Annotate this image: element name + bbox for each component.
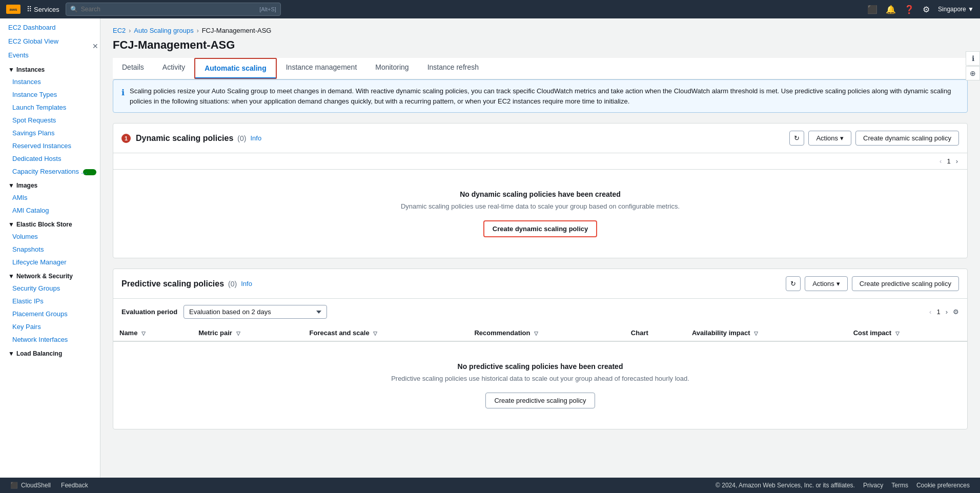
sidebar-item-capacity-reservations[interactable]: Capacity Reservations New — [0, 165, 100, 178]
sidebar-section-ebs[interactable]: ▼ Elastic Block Store — [0, 217, 100, 230]
predictive-empty-state: No predictive scaling policies have been… — [113, 342, 967, 429]
sidebar-item-savings-plans[interactable]: Savings Plans — [0, 127, 100, 139]
bell-icon[interactable]: 🔔 — [886, 5, 896, 14]
col-metric-sort[interactable]: ▽ — [236, 331, 240, 336]
dynamic-count: (0) — [237, 134, 246, 142]
col-forecast: Forecast and scale ▽ — [303, 325, 468, 341]
feedback-link[interactable]: Feedback — [61, 482, 88, 489]
search-input[interactable] — [81, 6, 256, 13]
dynamic-actions-button[interactable]: Actions ▾ — [808, 131, 851, 146]
search-bar[interactable]: 🔍 [Alt+S] — [66, 3, 281, 16]
sidebar-item-instances[interactable]: Instances — [0, 75, 100, 88]
predictive-settings-icon[interactable]: ⚙ — [953, 308, 959, 316]
sidebar-item-instance-types[interactable]: Instance Types — [0, 88, 100, 101]
region-button[interactable]: Singapore ▼ — [938, 6, 974, 13]
dynamic-refresh-button[interactable]: ↻ — [789, 131, 804, 146]
tab-monitoring[interactable]: Monitoring — [366, 58, 418, 79]
right-location-icon[interactable]: ⊕ — [966, 66, 980, 80]
sidebar-item-launch-templates[interactable]: Launch Templates — [0, 101, 100, 114]
tab-activity[interactable]: Activity — [153, 58, 194, 79]
sidebar-section-load-balancing[interactable]: ▼ Load Balancing — [0, 346, 100, 359]
predictive-refresh-button[interactable]: ↻ — [786, 276, 801, 291]
predictive-table: Name ▽ Metric pair ▽ Forecast and scale … — [113, 325, 967, 342]
predictive-actions-chevron: ▾ — [836, 280, 840, 287]
breadcrumb-auto-scaling[interactable]: Auto Scaling groups — [134, 27, 193, 34]
aws-logo: aws — [6, 5, 21, 14]
predictive-empty-create-button[interactable]: Create predictive scaling policy — [485, 393, 595, 408]
predictive-create-button[interactable]: Create predictive scaling policy — [852, 276, 959, 291]
dynamic-header-right: ↻ Actions ▾ Create dynamic scaling polic… — [789, 131, 959, 146]
search-icon: 🔍 — [70, 6, 78, 13]
col-availability: Availability impact ▽ — [686, 325, 847, 341]
sidebar-item-ami-catalog[interactable]: AMI Catalog — [0, 204, 100, 217]
sidebar-item-network-interfaces[interactable]: Network Interfaces — [0, 333, 100, 346]
sidebar-item-security-groups[interactable]: Security Groups — [0, 282, 100, 295]
sidebar-item-lifecycle-manager[interactable]: Lifecycle Manager — [0, 256, 100, 269]
dynamic-empty-title: No dynamic scaling policies have been cr… — [121, 190, 959, 198]
dynamic-empty-create-button[interactable]: Create dynamic scaling policy — [483, 220, 597, 237]
sidebar-item-volumes[interactable]: Volumes — [0, 230, 100, 243]
main-layout: ✕ EC2 Dashboard EC2 Global View Events ▼… — [0, 18, 980, 493]
predictive-actions-button[interactable]: Actions ▾ — [805, 276, 848, 291]
tab-details[interactable]: Details — [113, 58, 153, 79]
dynamic-info-link[interactable]: Info — [250, 134, 261, 142]
footer-links: © 2024, Amazon Web Services, Inc. or its… — [716, 482, 970, 489]
sidebar-item-events[interactable]: Events — [0, 48, 100, 62]
dynamic-next-btn[interactable]: › — [953, 156, 961, 166]
footer: ⬛ CloudShell Feedback © 2024, Amazon Web… — [0, 478, 980, 493]
step1-label: 1 — [121, 134, 131, 143]
col-cost-sort[interactable]: ▽ — [895, 331, 900, 336]
breadcrumb-ec2[interactable]: EC2 — [113, 27, 126, 34]
footer-cookies[interactable]: Cookie preferences — [916, 482, 970, 489]
cloudshell-button[interactable]: ⬛ CloudShell — [10, 482, 51, 489]
sidebar: ✕ EC2 Dashboard EC2 Global View Events ▼… — [0, 18, 100, 493]
tab-automatic-scaling[interactable]: Automatic scaling — [195, 59, 276, 78]
predictive-info-link[interactable]: Info — [241, 280, 252, 287]
nav-right: ⬛ 🔔 ❓ ⚙ Singapore ▼ — [867, 5, 974, 14]
col-recommendation-sort[interactable]: ▽ — [534, 331, 538, 336]
sidebar-item-ec2-dashboard[interactable]: EC2 Dashboard — [0, 20, 100, 34]
predictive-header-right: ↻ Actions ▾ Create predictive scaling po… — [786, 276, 959, 291]
predictive-empty-desc: Predictive scaling policies use historic… — [121, 375, 959, 382]
sidebar-item-elastic-ips[interactable]: Elastic IPs — [0, 295, 100, 307]
tab-automatic-scaling-wrapper: Automatic scaling — [194, 58, 277, 79]
info-banner: ℹ Scaling policies resize your Auto Scal… — [113, 79, 968, 113]
col-availability-sort[interactable]: ▽ — [754, 331, 758, 336]
sidebar-item-reserved-instances[interactable]: Reserved Instances — [0, 139, 100, 152]
col-name-sort[interactable]: ▽ — [141, 331, 146, 336]
top-navigation: aws ⠿ Services 🔍 [Alt+S] ⬛ 🔔 ❓ ⚙ Singapo… — [0, 0, 980, 18]
sidebar-item-spot-requests[interactable]: Spot Requests — [0, 114, 100, 127]
help-icon[interactable]: ❓ — [904, 5, 914, 14]
dynamic-section-header: 1 Dynamic scaling policies (0) Info ↻ Ac… — [113, 124, 967, 153]
services-button[interactable]: ⠿ Services — [27, 5, 59, 13]
right-info-icon[interactable]: ℹ — [966, 51, 980, 66]
sidebar-item-snapshots[interactable]: Snapshots — [0, 243, 100, 256]
dynamic-scaling-section: 1 Dynamic scaling policies (0) Info ↻ Ac… — [113, 123, 968, 258]
sidebar-item-ec2-global-view[interactable]: EC2 Global View — [0, 34, 100, 48]
sidebar-close-button[interactable]: ✕ — [92, 42, 98, 50]
predictive-prev-btn[interactable]: ‹ — [926, 307, 934, 317]
sidebar-section-images[interactable]: ▼ Images — [0, 178, 100, 191]
settings-icon[interactable]: ⚙ — [923, 5, 930, 14]
eval-period-select[interactable]: Evaluation based on 2 days Evaluation ba… — [183, 305, 327, 319]
sidebar-item-key-pairs[interactable]: Key Pairs — [0, 320, 100, 333]
predictive-table-container: Name ▽ Metric pair ▽ Forecast and scale … — [113, 325, 967, 342]
dynamic-create-button[interactable]: Create dynamic scaling policy — [855, 131, 959, 146]
sidebar-item-dedicated-hosts[interactable]: Dedicated Hosts — [0, 152, 100, 165]
tab-instance-refresh[interactable]: Instance refresh — [418, 58, 488, 79]
cloudshell-icon[interactable]: ⬛ — [867, 5, 877, 14]
sidebar-item-amis[interactable]: AMIs — [0, 191, 100, 204]
footer-privacy[interactable]: Privacy — [863, 482, 883, 489]
eval-period-label: Evaluation period — [121, 308, 177, 316]
page-title: FCJ-Management-ASG — [113, 38, 968, 52]
predictive-section-title: Predictive scaling policies — [121, 279, 224, 289]
predictive-next-btn[interactable]: › — [943, 307, 951, 317]
sidebar-section-instances[interactable]: ▼ Instances — [0, 62, 100, 75]
footer-terms[interactable]: Terms — [891, 482, 908, 489]
dynamic-prev-btn[interactable]: ‹ — [936, 156, 945, 166]
sidebar-item-placement-groups[interactable]: Placement Groups — [0, 307, 100, 320]
dynamic-section-title-row: 1 Dynamic scaling policies (0) Info — [121, 134, 261, 143]
sidebar-section-network[interactable]: ▼ Network & Security — [0, 269, 100, 282]
col-forecast-sort[interactable]: ▽ — [373, 331, 377, 336]
tab-instance-management[interactable]: Instance management — [277, 58, 366, 79]
